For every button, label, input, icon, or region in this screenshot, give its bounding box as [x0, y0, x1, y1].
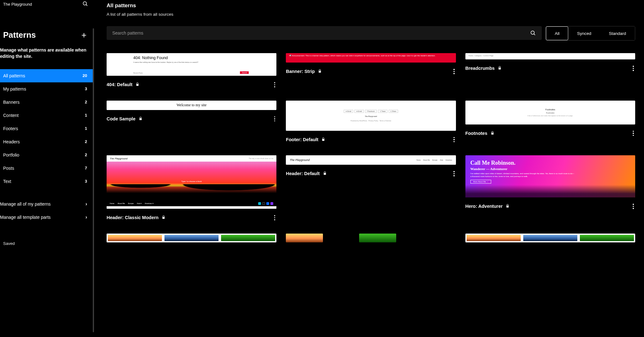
lock-icon [318, 69, 322, 74]
chevron-right-icon: › [86, 214, 87, 220]
search-field-wrap[interactable] [107, 26, 542, 40]
pattern-title: Footnotes [465, 131, 487, 136]
pattern-title: Footer: Default [286, 137, 318, 142]
svg-point-0 [83, 2, 86, 5]
manage-my-patterns-link[interactable]: Manage all of my patterns › [0, 197, 94, 211]
pattern-actions-button[interactable] [452, 170, 456, 178]
sidebar-item-count: 2 [85, 100, 87, 104]
sidebar-manage-section: Manage all of my patterns › Manage all t… [0, 197, 94, 224]
sidebar-item-count: 1 [85, 126, 87, 131]
sidebar-item-text[interactable]: Text 3 [0, 175, 94, 188]
sidebar-item-label: Content [3, 113, 19, 118]
pattern-card: The Playground The way a crow shook down… [107, 155, 276, 222]
svg-line-1 [86, 4, 87, 6]
pattern-title: 404: Default [107, 82, 132, 87]
pattern-card [465, 234, 635, 242]
pattern-title: Breadcrumbs [465, 66, 495, 71]
pattern-thumbnail[interactable]: Welcome to my site [107, 101, 276, 110]
pattern-card: ✉ Email ✉ Email f Facebook 𝕏 Tweet ⎘ Sha… [286, 101, 456, 144]
pattern-actions-button[interactable] [631, 202, 635, 210]
sidebar-item-label: Headers [3, 139, 20, 144]
sidebar-item-posts[interactable]: Posts 7 [0, 162, 94, 175]
sync-filter-segmented: All Synced Standard [546, 26, 635, 41]
lock-icon [321, 137, 325, 142]
sidebar-item-label: My patterns [3, 86, 26, 91]
pattern-thumbnail[interactable]: Footnotes Footnotes A list of references… [465, 101, 635, 124]
pattern-card: Call Me Robinson. Wanderer — Adventurer … [465, 155, 635, 222]
pattern-thumbnail[interactable]: Home › Category › Current Page [465, 53, 635, 59]
filter-standard-button[interactable]: Standard [600, 26, 635, 40]
sidebar-item-all-patterns[interactable]: All patterns 20 [0, 69, 94, 82]
main-header: All patterns A list of all patterns from… [107, 0, 635, 17]
pattern-actions-button[interactable] [631, 64, 635, 72]
sidebar-scrollbar[interactable] [93, 28, 94, 332]
sidebar-item-count: 20 [83, 73, 87, 78]
patterns-grid: 404: Nothing Found It seems like nothing… [107, 53, 635, 255]
lock-icon [136, 82, 139, 87]
sidebar-item-label: Portfolio [3, 152, 19, 157]
sidebar-item-content[interactable]: Content 1 [0, 109, 94, 122]
manage-row-label: Manage all template parts [0, 215, 51, 220]
pattern-actions-button[interactable] [452, 68, 456, 75]
pattern-actions-button[interactable] [631, 130, 635, 137]
pattern-card: Welcome to my site Code Sample [107, 101, 276, 144]
pattern-thumbnail[interactable]: The Playground The way a crow shook down… [107, 155, 276, 209]
page-subtitle: A list of all patterns from all sources [107, 12, 635, 17]
pattern-actions-button[interactable] [273, 115, 277, 123]
sidebar-item-label: Text [3, 179, 11, 184]
sidebar-heading: Patterns [3, 30, 36, 40]
search-input[interactable] [112, 30, 530, 36]
sidebar: The Playground Patterns + Manage what pa… [0, 0, 94, 337]
pattern-thumbnail[interactable]: ✉ Email ✉ Email f Facebook 𝕏 Tweet ⎘ Sha… [286, 101, 456, 131]
manage-template-parts-link[interactable]: Manage all template parts › [0, 211, 94, 224]
manage-row-label: Manage all of my patterns [0, 202, 51, 207]
pattern-thumbnail[interactable] [107, 234, 276, 242]
pattern-thumbnail[interactable] [465, 234, 635, 242]
pattern-card: Footnotes Footnotes A list of references… [465, 101, 635, 144]
add-pattern-button[interactable]: + [80, 31, 88, 40]
pattern-thumbnail[interactable]: 404: Nothing Found It seems like nothing… [107, 53, 276, 76]
pattern-title: Header: Classic Modern [107, 215, 158, 220]
sidebar-item-label: Posts [3, 166, 14, 171]
sidebar-item-count: 1 [85, 113, 87, 118]
lock-icon [498, 66, 502, 71]
filter-all-button[interactable]: All [546, 26, 568, 40]
svg-line-3 [534, 34, 535, 35]
sidebar-item-label: Footers [3, 126, 18, 131]
pattern-actions-button[interactable] [273, 81, 277, 89]
main-content: All patterns A list of all patterns from… [94, 0, 644, 337]
pattern-thumbnail[interactable] [359, 234, 396, 242]
lock-icon [506, 204, 509, 209]
pattern-title: Banner: Strip [286, 69, 315, 74]
sidebar-item-label: All patterns [3, 73, 25, 78]
pattern-thumbnail[interactable] [286, 234, 323, 242]
sidebar-item-footers[interactable]: Footers 1 [0, 122, 94, 135]
lock-icon [139, 116, 142, 121]
sidebar-item-banners[interactable]: Banners 2 [0, 96, 94, 109]
sidebar-search-button[interactable] [82, 1, 88, 8]
pattern-actions-button[interactable] [452, 136, 456, 144]
filter-synced-button[interactable]: Synced [568, 26, 600, 40]
pattern-actions-button[interactable] [273, 214, 277, 222]
lock-icon [162, 215, 165, 220]
chevron-right-icon: › [86, 201, 87, 207]
save-status: Saved [0, 241, 94, 246]
pattern-thumbnail[interactable]: 📢 Announcement: This is a banner strip p… [286, 53, 456, 63]
pattern-card: Home › Category › Current Page Breadcrum… [465, 53, 635, 89]
lock-icon [491, 131, 494, 136]
sidebar-item-headers[interactable]: Headers 2 [0, 135, 94, 148]
page-title: All patterns [107, 3, 635, 9]
sidebar-item-my-patterns[interactable]: My patterns 3 [0, 82, 94, 96]
sidebar-description: Manage what patterns are available when … [0, 47, 94, 60]
sidebar-item-count: 3 [85, 86, 87, 91]
sidebar-item-count: 3 [85, 179, 87, 184]
sidebar-item-count: 2 [85, 139, 87, 144]
search-icon [82, 1, 88, 7]
pattern-card: 📢 Announcement: This is a banner strip p… [286, 53, 456, 89]
lock-icon [323, 171, 327, 176]
sidebar-item-label: Banners [3, 100, 19, 105]
pattern-title: Header: Default [286, 171, 319, 176]
pattern-thumbnail[interactable]: Call Me Robinson. Wanderer — Adventurer … [465, 155, 635, 197]
pattern-thumbnail[interactable]: The Playground Home About Me Europe Asia… [286, 155, 456, 165]
sidebar-item-portfolio[interactable]: Portfolio 2 [0, 148, 94, 162]
